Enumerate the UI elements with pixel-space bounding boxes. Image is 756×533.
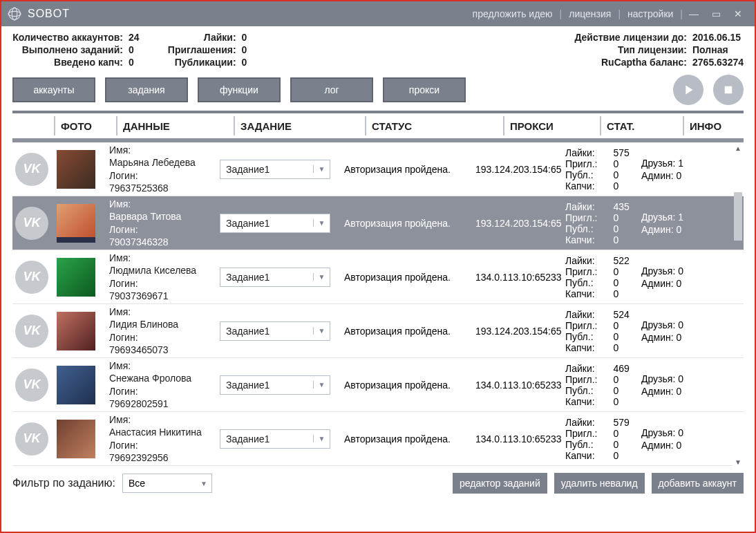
login-label: Логин:	[109, 223, 220, 236]
tab-functions[interactable]: функции	[198, 77, 281, 102]
proxy-value: 134.0.113.10:65233	[475, 433, 562, 445]
tab-log[interactable]: лог	[290, 77, 373, 102]
row-likes-value: 579	[614, 417, 641, 428]
row-posts-label: Публ.:	[565, 169, 609, 180]
proxy-value: 134.0.113.10:65233	[475, 380, 562, 391]
task-select-value: Задание1	[220, 164, 313, 175]
task-select[interactable]: Задание1 ▼	[220, 160, 330, 179]
stop-button[interactable]	[713, 75, 744, 105]
row-admin-label: Админ:	[641, 170, 674, 181]
col-header-info[interactable]: ИНФО	[690, 120, 744, 132]
start-button[interactable]	[673, 75, 703, 105]
tab-tasks[interactable]: задания	[105, 77, 188, 102]
row-admin-value: 0	[676, 440, 681, 451]
task-select[interactable]: Задание1 ▼	[220, 321, 330, 341]
license-until-value: 2016.06.15	[692, 32, 741, 43]
login-value: 79692802591	[109, 398, 220, 410]
col-header-data[interactable]: ДАННЫЕ	[123, 120, 234, 132]
filter-select[interactable]: Все ▼	[122, 474, 212, 493]
row-captchas-label: Капчи:	[565, 234, 609, 245]
chevron-down-icon: ▼	[196, 480, 211, 487]
stop-icon	[722, 84, 735, 96]
task-select-value: Задание1	[220, 326, 313, 337]
row-invites-label: Пригл.:	[565, 158, 609, 169]
status-text: Авторизация пройдена.	[344, 164, 451, 175]
header-link-license[interactable]: лицензия	[562, 8, 618, 19]
task-editor-button[interactable]: редактор заданий	[453, 473, 547, 494]
row-captchas-value: 0	[614, 180, 641, 191]
name-label: Имя:	[109, 306, 220, 318]
table-row[interactable]: VK Имя: Анастасия Никитина Логин: 796923…	[12, 412, 744, 466]
row-posts-value: 0	[614, 439, 641, 450]
name-value: Лидия Блинова	[109, 318, 220, 330]
row-posts-value: 0	[614, 331, 641, 342]
tab-accounts[interactable]: аккаунты	[12, 77, 95, 102]
svg-point-1	[12, 8, 17, 20]
remove-invalid-button[interactable]: удалить невалид	[554, 473, 645, 494]
row-invites-label: Пригл.:	[565, 212, 609, 223]
vk-icon: VK	[15, 315, 48, 348]
window-close-button[interactable]: ✕	[727, 8, 749, 19]
play-icon	[681, 82, 696, 97]
add-account-button[interactable]: добавить аккаунт	[652, 473, 744, 494]
svg-rect-3	[725, 86, 733, 94]
accounts-count-label: Количество аккаунтов:	[12, 32, 123, 43]
row-invites-value: 0	[614, 428, 641, 439]
col-header-status[interactable]: СТАТУС	[372, 120, 503, 132]
task-select[interactable]: Задание1 ▼	[220, 375, 330, 395]
login-value: 79637525368	[109, 182, 220, 194]
col-header-task[interactable]: ЗАДАНИЕ	[240, 120, 365, 132]
vk-icon: VK	[15, 422, 48, 456]
table-row[interactable]: VK Имя: Варвара Титова Логин: 7903734632…	[12, 196, 744, 250]
task-select[interactable]: Задание1 ▼	[220, 268, 330, 287]
row-admin-label: Админ:	[641, 224, 674, 235]
proxy-value: 193.124.203.154:65	[475, 326, 562, 337]
task-select[interactable]: Задание1 ▼	[220, 214, 330, 233]
name-label: Имя:	[109, 198, 220, 210]
row-admin-label: Админ:	[641, 440, 674, 451]
row-friends-value: 1	[678, 158, 683, 169]
col-header-stat[interactable]: СТАТ.	[607, 120, 683, 132]
login-label: Логин:	[109, 439, 220, 451]
invites-value: 0	[242, 44, 247, 55]
row-invites-label: Пригл.:	[565, 266, 609, 277]
row-likes-label: Лайки:	[565, 201, 609, 212]
app-title: SOBOT	[28, 8, 70, 20]
chevron-down-icon: ▼	[313, 435, 330, 442]
login-value: 79037369671	[109, 290, 220, 302]
window-minimize-button[interactable]: —	[683, 8, 705, 19]
vk-icon: VK	[15, 153, 48, 186]
table-row[interactable]: VK Имя: Снежана Фролова Логин: 796928025…	[12, 358, 744, 412]
scroll-down-button[interactable]: ▼	[733, 456, 744, 467]
scrollbar-thumb[interactable]	[734, 192, 742, 241]
login-label: Логин:	[109, 331, 220, 344]
name-value: Марьяна Лебедева	[109, 156, 220, 169]
task-select[interactable]: Задание1 ▼	[220, 429, 330, 449]
header-link-suggest[interactable]: предложить идею	[466, 8, 560, 19]
scroll-up-button[interactable]: ▲	[733, 142, 744, 153]
col-header-photo[interactable]: ФОТО	[61, 120, 116, 132]
col-header-proxy[interactable]: ПРОКСИ	[510, 120, 600, 132]
row-likes-label: Лайки:	[565, 309, 609, 320]
app-logo-icon	[7, 6, 22, 21]
table-row[interactable]: VK Имя: Марьяна Лебедева Логин: 79637525…	[12, 142, 744, 196]
table-row[interactable]: VK Имя: Людмила Киселева Логин: 79037369…	[12, 250, 744, 304]
header-link-settings[interactable]: настройки	[621, 8, 680, 19]
window-maximize-button[interactable]: ▭	[705, 8, 727, 19]
name-value: Снежана Фролова	[109, 372, 220, 384]
login-label: Логин:	[109, 277, 220, 290]
row-admin-value: 0	[676, 278, 681, 289]
row-friends-value: 1	[678, 212, 683, 223]
name-value: Варвара Титова	[109, 210, 220, 223]
table-row[interactable]: VK Имя: Лидия Блинова Логин: 79693465073…	[12, 304, 744, 358]
row-friends-label: Друзья:	[641, 427, 675, 438]
row-admin-label: Админ:	[641, 386, 674, 397]
stats-panel: Количество аккаунтов:24 Выполнено задани…	[1, 26, 755, 72]
row-admin-label: Админ:	[641, 278, 674, 289]
footer: Фильтр по заданию: Все ▼ редактор задани…	[1, 467, 755, 499]
content-area: ФОТО ДАННЫЕ ЗАДАНИЕ СТАТУС ПРОКСИ СТАТ. …	[12, 111, 744, 467]
row-invites-value: 0	[614, 212, 641, 223]
rucaptcha-value: 2765.63274	[692, 57, 744, 68]
row-friends-value: 0	[678, 265, 683, 277]
tab-proxy[interactable]: прокси	[383, 77, 466, 102]
